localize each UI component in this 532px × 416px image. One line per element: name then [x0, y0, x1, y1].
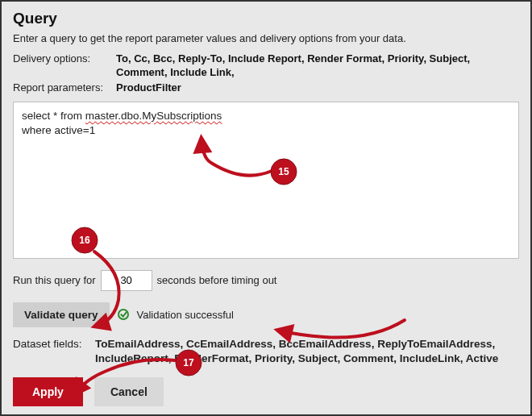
- page-description: Enter a query to get the report paramete…: [13, 32, 519, 44]
- action-buttons: Apply Cancel: [13, 377, 519, 406]
- query-line-1: select * from master.dbo.MySubscriptions: [22, 109, 510, 123]
- query-textarea[interactable]: select * from master.dbo.MySubscriptions…: [13, 102, 519, 259]
- page-title: Query: [13, 10, 519, 27]
- timeout-prefix: Run this query for: [13, 274, 96, 286]
- validation-message: Validation successful: [137, 309, 234, 321]
- dataset-fields-label: Dataset fields:: [13, 337, 95, 366]
- timeout-input[interactable]: [101, 270, 152, 291]
- delivery-options-row: Delivery options: To, Cc, Bcc, Reply-To,…: [13, 52, 519, 80]
- dataset-fields-row: Dataset fields: ToEmailAddress, CcEmailA…: [13, 337, 519, 366]
- validate-row: Validate query Validation successful: [13, 302, 519, 327]
- query-panel: Query Enter a query to get the report pa…: [0, 0, 532, 416]
- query-line-1-prefix: select * from: [22, 110, 85, 122]
- check-icon: [118, 309, 129, 320]
- cancel-button[interactable]: Cancel: [94, 377, 164, 406]
- timeout-suffix: seconds before timing out: [157, 274, 277, 286]
- report-parameters-row: Report parameters: ProductFilter: [13, 81, 519, 95]
- apply-button[interactable]: Apply: [13, 377, 83, 406]
- delivery-options-value: To, Cc, Bcc, Reply-To, Include Report, R…: [116, 52, 519, 80]
- timeout-row: Run this query for seconds before timing…: [13, 270, 519, 291]
- validate-query-button[interactable]: Validate query: [13, 302, 110, 327]
- report-parameters-label: Report parameters:: [13, 81, 116, 95]
- query-line-2: where active=1: [22, 123, 510, 138]
- delivery-options-label: Delivery options:: [13, 52, 116, 80]
- query-line-1-table: master.dbo.MySubscriptions: [85, 110, 222, 122]
- dataset-fields-value: ToEmailAddress, CcEmailAddress, BccEmail…: [95, 337, 519, 366]
- report-parameters-value: ProductFilter: [116, 81, 519, 95]
